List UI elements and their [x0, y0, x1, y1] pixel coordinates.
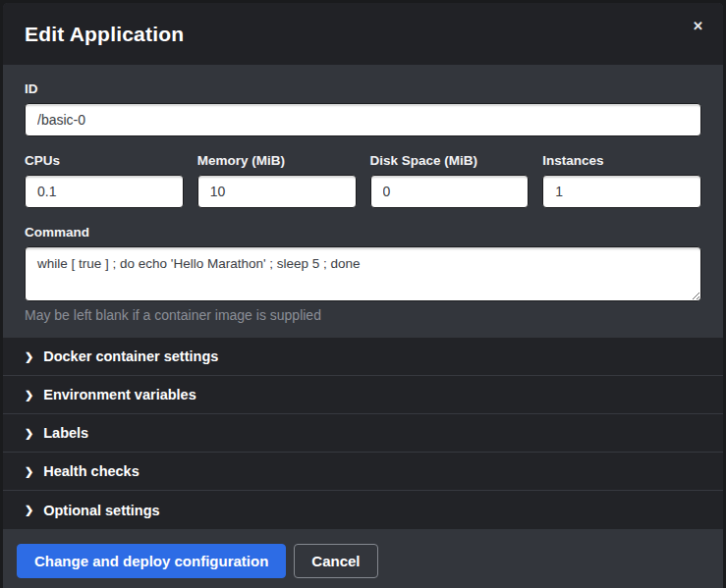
cancel-button[interactable]: Cancel [294, 544, 377, 578]
modal-header: Edit Application ✕ [3, 3, 723, 65]
section-label: Environment variables [43, 387, 196, 402]
section-label: Optional settings [43, 503, 159, 518]
section-docker-container-settings[interactable]: ❯ Docker container settings [3, 338, 723, 376]
chevron-right-icon: ❯ [25, 466, 33, 477]
section-labels[interactable]: ❯ Labels [3, 414, 723, 453]
section-label: Health checks [43, 463, 140, 479]
field-group-disk: Disk Space (MiB) [370, 153, 530, 208]
command-help-text: May be left blank if a container image i… [25, 307, 701, 324]
close-icon[interactable]: ✕ [689, 16, 707, 36]
memory-label: Memory (MiB) [197, 153, 357, 169]
command-label: Command [25, 225, 701, 241]
section-health-checks[interactable]: ❯ Health checks [3, 453, 723, 491]
command-textarea[interactable]: while [ true ] ; do echo 'Hello Marathon… [25, 246, 701, 301]
field-group-command: Command while [ true ] ; do echo 'Hello … [25, 225, 701, 324]
chevron-right-icon: ❯ [25, 428, 33, 439]
disk-label: Disk Space (MiB) [370, 153, 530, 169]
field-group-instances: Instances [542, 153, 701, 208]
modal-form: ID CPUs Memory (MiB) Disk Space (MiB) In… [3, 65, 723, 324]
section-environment-variables[interactable]: ❯ Environment variables [3, 376, 723, 414]
field-group-memory: Memory (MiB) [197, 153, 357, 208]
section-optional-settings[interactable]: ❯ Optional settings [3, 491, 723, 529]
disk-input[interactable] [370, 175, 530, 208]
cpus-label: CPUs [25, 153, 184, 169]
field-group-cpus: CPUs [25, 153, 184, 208]
modal-title: Edit Application [25, 23, 184, 46]
chevron-right-icon: ❯ [25, 390, 33, 401]
instances-label: Instances [542, 153, 701, 169]
chevron-right-icon: ❯ [25, 505, 33, 515]
change-and-deploy-button[interactable]: Change and deploy configuration [17, 544, 286, 578]
id-label: ID [25, 81, 701, 97]
memory-input[interactable] [197, 175, 357, 208]
modal-footer: Change and deploy configuration Cancel [3, 529, 723, 588]
section-label: Labels [43, 425, 88, 441]
id-input[interactable] [25, 103, 701, 136]
collapsible-sections: ❯ Docker container settings ❯ Environmen… [3, 338, 723, 529]
field-group-id: ID [25, 81, 701, 136]
instances-input[interactable] [542, 175, 701, 208]
cpus-input[interactable] [25, 175, 184, 208]
section-label: Docker container settings [43, 348, 218, 364]
chevron-right-icon: ❯ [25, 351, 33, 362]
edit-application-modal: Edit Application ✕ ID CPUs Memory (MiB) … [3, 3, 723, 588]
resources-row: CPUs Memory (MiB) Disk Space (MiB) Insta… [25, 153, 701, 208]
